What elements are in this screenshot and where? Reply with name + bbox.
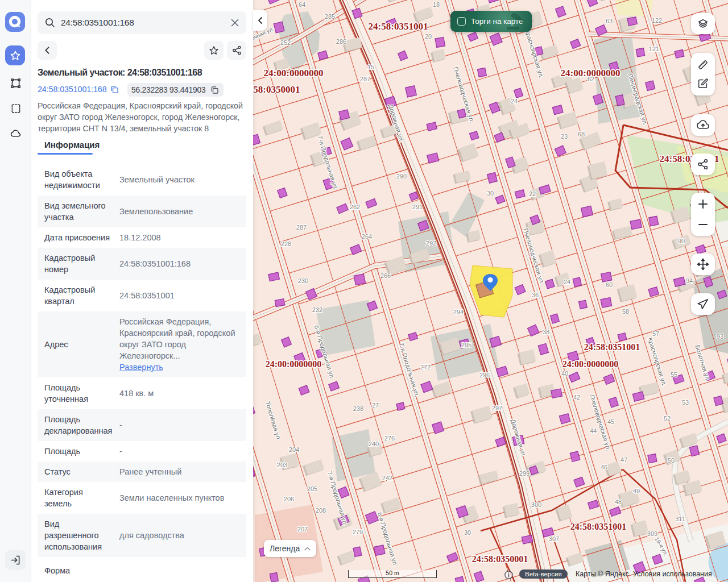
svg-text:64: 64 [299, 1, 305, 8]
svg-text:63: 63 [606, 18, 613, 24]
svg-text:203: 203 [277, 462, 287, 468]
svg-text:47: 47 [621, 456, 627, 463]
svg-text:208: 208 [316, 507, 326, 514]
svg-text:307: 307 [549, 535, 559, 542]
svg-text:15: 15 [367, 64, 374, 70]
svg-text:53: 53 [682, 399, 689, 406]
svg-text:279: 279 [353, 529, 363, 535]
svg-text:49: 49 [633, 488, 640, 494]
svg-text:121: 121 [649, 45, 659, 52]
svg-text:296: 296 [479, 372, 490, 379]
svg-text:24:58:0351001: 24:58:0351001 [584, 342, 640, 352]
svg-text:297: 297 [492, 405, 502, 411]
svg-text:240: 240 [369, 440, 379, 447]
svg-text:287: 287 [360, 76, 370, 82]
svg-text:122: 122 [652, 17, 662, 24]
svg-text:309: 309 [647, 530, 657, 537]
svg-text:45: 45 [607, 418, 614, 425]
svg-text:52: 52 [664, 415, 671, 422]
svg-text:24:58:0351001: 24:58:0351001 [570, 522, 627, 531]
svg-text:287: 287 [296, 224, 307, 231]
svg-text:58: 58 [622, 308, 629, 315]
svg-text:40: 40 [561, 370, 568, 377]
svg-text:24:00:0000000: 24:00:0000000 [266, 359, 322, 369]
svg-text:291: 291 [412, 203, 423, 210]
svg-text:206: 206 [284, 496, 294, 502]
svg-text:24:58:0350001: 24:58:0350001 [253, 84, 300, 95]
svg-text:24:00:0000000: 24:00:0000000 [562, 359, 619, 369]
svg-text:22: 22 [529, 190, 536, 197]
svg-text:93: 93 [717, 333, 723, 340]
svg-text:50: 50 [668, 457, 675, 464]
svg-text:27: 27 [372, 402, 379, 409]
svg-text:46: 46 [601, 464, 607, 471]
svg-text:232: 232 [312, 306, 322, 313]
svg-text:238: 238 [353, 405, 363, 412]
svg-text:228: 228 [281, 240, 291, 247]
svg-text:30: 30 [487, 190, 494, 197]
svg-text:285: 285 [325, 13, 335, 20]
svg-text:299: 299 [519, 470, 530, 477]
svg-text:204: 204 [289, 446, 299, 453]
svg-text:24: 24 [511, 98, 518, 105]
svg-text:55: 55 [671, 371, 677, 378]
svg-text:262: 262 [350, 203, 360, 210]
svg-text:292: 292 [426, 240, 436, 247]
svg-text:207: 207 [297, 526, 308, 533]
svg-text:24: 24 [564, 278, 570, 285]
svg-text:18: 18 [433, 1, 440, 8]
svg-text:24:58:0350001: 24:58:0350001 [472, 554, 528, 564]
svg-text:266: 266 [380, 272, 391, 279]
svg-text:264: 264 [362, 233, 372, 240]
svg-text:205: 205 [307, 485, 317, 492]
svg-text:286: 286 [336, 38, 346, 45]
svg-text:36: 36 [532, 292, 539, 298]
svg-text:42: 42 [573, 394, 580, 401]
svg-text:242: 242 [382, 475, 392, 481]
svg-text:60: 60 [606, 281, 613, 288]
svg-text:68: 68 [578, 131, 585, 138]
svg-text:44: 44 [590, 427, 597, 434]
svg-text:62: 62 [588, 76, 594, 82]
svg-text:24:00:0000000: 24:00:0000000 [264, 68, 324, 78]
svg-text:38: 38 [543, 329, 549, 335]
svg-text:24:58:0351001: 24:58:0351001 [369, 21, 428, 32]
svg-text:290: 290 [396, 173, 407, 180]
svg-text:300: 300 [531, 501, 541, 508]
svg-text:230: 230 [298, 277, 308, 284]
svg-text:295: 295 [461, 342, 471, 348]
svg-text:272: 272 [420, 364, 431, 371]
svg-text:48: 48 [615, 498, 622, 505]
svg-text:20: 20 [425, 33, 432, 40]
svg-text:57: 57 [652, 330, 659, 337]
svg-text:23: 23 [561, 133, 568, 140]
svg-text:252: 252 [280, 39, 291, 46]
svg-text:294: 294 [453, 309, 464, 315]
svg-text:276: 276 [384, 435, 395, 442]
svg-text:311: 311 [675, 516, 685, 522]
svg-text:30: 30 [464, 529, 471, 536]
svg-text:94: 94 [686, 277, 693, 284]
svg-text:90: 90 [678, 238, 685, 244]
